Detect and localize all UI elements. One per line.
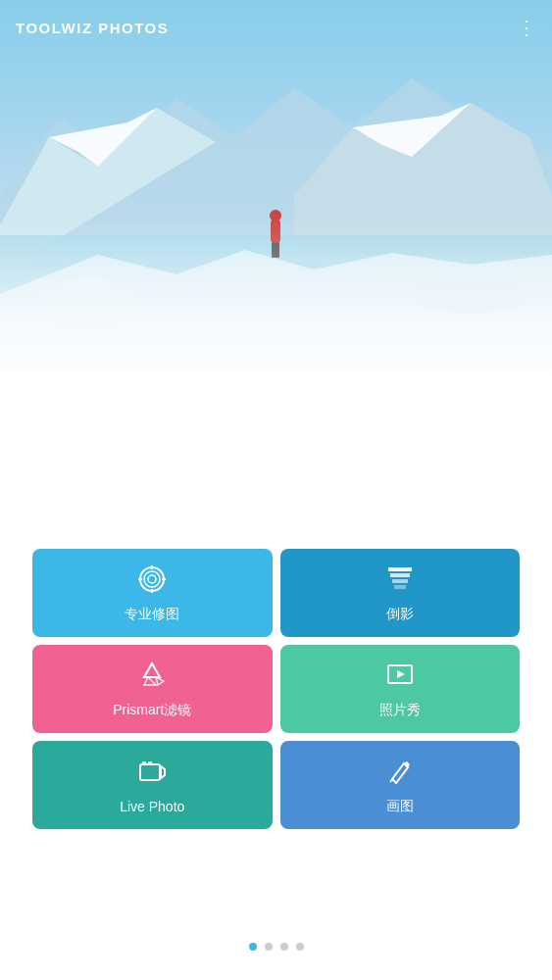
slideshow-icon [384,660,416,696]
menu-icon[interactable]: ⋮ [517,16,536,39]
feature-grid: 专业修图 倒影 Prismart滤镜 [32,549,520,829]
pagination-dot-3[interactable] [280,943,288,951]
svg-marker-27 [392,579,408,583]
svg-marker-31 [156,677,164,685]
svg-rect-37 [148,761,152,764]
svg-marker-29 [144,663,160,677]
feature-shadow[interactable]: 倒影 [280,549,521,637]
svg-marker-26 [390,573,410,577]
app-header: TOOLWIZ PHOTOS ⋮ [0,0,552,55]
feature-live-photo[interactable]: Live Photo [32,741,273,829]
feature-professional-edit[interactable]: 专业修图 [32,549,273,637]
prismart-icon [136,660,168,696]
live-photo-icon [136,757,168,793]
slideshow-label: 照片秀 [379,702,421,719]
svg-marker-33 [397,670,405,678]
feature-prismart[interactable]: Prismart滤镜 [32,645,273,733]
pagination-dot-2[interactable] [265,943,273,951]
svg-marker-30 [144,677,156,685]
professional-edit-label: 专业修图 [125,606,179,623]
svg-rect-36 [142,761,146,764]
pagination-dot-1[interactable] [249,943,257,951]
drawing-icon [384,756,416,792]
pagination [0,943,552,951]
feature-slideshow[interactable]: 照片秀 [280,645,521,733]
svg-point-19 [144,571,160,587]
svg-rect-34 [140,764,160,780]
drawing-label: 画图 [386,798,414,815]
prismart-label: Prismart滤镜 [113,702,191,719]
shadow-label: 倒影 [386,606,414,623]
pagination-dot-4[interactable] [296,943,304,951]
feature-drawing[interactable]: 画图 [280,741,521,829]
svg-marker-35 [161,766,165,778]
shadow-icon [384,564,416,600]
svg-marker-25 [388,567,412,571]
svg-line-38 [390,779,392,782]
professional-edit-icon [136,564,168,600]
live-photo-label: Live Photo [120,799,184,814]
app-title: TOOLWIZ PHOTOS [16,20,169,36]
svg-point-20 [148,575,156,583]
hero-image [0,0,552,412]
svg-marker-28 [394,585,406,589]
